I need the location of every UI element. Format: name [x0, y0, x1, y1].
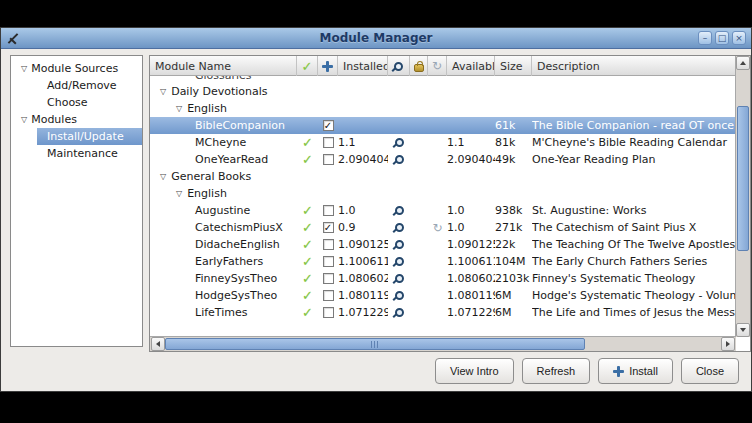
install-checkbox[interactable] [323, 307, 334, 318]
table-row[interactable]: ▽General Books [150, 168, 736, 185]
installed-version-cell: 0.9 [338, 219, 388, 236]
module-name-cell: MCheyne [150, 134, 297, 151]
install-checkbox[interactable] [323, 239, 334, 250]
magnifier-cell [388, 236, 410, 253]
magnifier-icon[interactable] [395, 291, 404, 300]
install-checkbox-cell [318, 134, 338, 151]
table-row[interactable]: HodgeSysTheo✓1.0801191.0801196MHodge's S… [150, 287, 736, 304]
install-button[interactable]: Install [598, 358, 673, 384]
expander-icon[interactable]: ▽ [176, 190, 182, 198]
check-icon: ✓ [302, 203, 313, 218]
expander-icon[interactable]: ▽ [21, 65, 27, 73]
horizontal-scrollbar[interactable] [150, 336, 736, 351]
install-checkbox[interactable]: ✓ [323, 120, 334, 131]
install-checkbox[interactable] [323, 290, 334, 301]
table-row[interactable]: BibleCompanion✓61kThe Bible Companion - … [150, 117, 736, 134]
magnifier-cell [388, 287, 410, 304]
description-cell: The Life and Times of Jesus the Messi [532, 304, 736, 321]
scroll-right-button[interactable] [721, 337, 735, 351]
expander-icon[interactable]: ▽ [160, 173, 166, 181]
tree-group-cell: Glossaries [150, 76, 530, 83]
close-window-button[interactable]: × [732, 31, 746, 45]
magnifier-icon[interactable] [395, 138, 404, 147]
tree-group-cell: ▽English [150, 100, 530, 117]
table-row[interactable]: ▽Daily Devotionals [150, 83, 736, 100]
header-module-name[interactable]: Module Name [150, 56, 297, 76]
module-name-cell: OneYearRead [150, 151, 297, 168]
table-row[interactable]: OneYearRead✓2.0904042.09040449kOne-Year … [150, 151, 736, 168]
magnifier-icon[interactable] [395, 206, 404, 215]
header-installed-check-icon[interactable]: ✓ [297, 56, 318, 76]
sidebar-item-choose[interactable]: Choose [11, 94, 142, 111]
tree-group-cell: ▽Daily Devotionals [150, 83, 530, 100]
table-row[interactable]: CatechismPiusX✓✓0.9↻1.0271kThe Catechism… [150, 219, 736, 236]
size-cell: 938k [495, 202, 532, 219]
install-checkbox[interactable] [323, 205, 334, 216]
size-cell: 49k [495, 151, 532, 168]
install-checkbox[interactable] [323, 256, 334, 267]
table-row[interactable]: ▽English [150, 100, 736, 117]
expander-icon[interactable]: ▽ [21, 116, 27, 124]
sidebar-item-install-update[interactable]: Install/Update [37, 128, 142, 145]
header-install-plus-icon[interactable] [318, 56, 338, 76]
titlebar[interactable]: Module Manager – □ × [1, 28, 751, 49]
header-installed[interactable]: Installed [338, 56, 388, 76]
expander-icon[interactable]: ▽ [176, 105, 182, 113]
sidebar-item-add-remove[interactable]: Add/Remove [11, 77, 142, 94]
scroll-left-button[interactable] [151, 337, 165, 351]
table-row[interactable]: MCheyne✓1.11.181kM'Cheyne's Bible Readin… [150, 134, 736, 151]
installed-version-cell: 1.1 [338, 134, 388, 151]
install-checkbox[interactable]: ✓ [323, 222, 334, 233]
vertical-scrollbar[interactable] [735, 56, 750, 337]
install-checkbox-cell [318, 304, 338, 321]
install-checkbox-cell [318, 287, 338, 304]
magnifier-icon[interactable] [395, 257, 404, 266]
table-row[interactable]: FinneySysTheo✓1.0806021.0806022103kFinne… [150, 270, 736, 287]
refresh-label: Refresh [537, 365, 576, 377]
table-row[interactable]: EarlyFathers✓1.1006111.100611104MThe Ear… [150, 253, 736, 270]
description-cell: M'Cheyne's Bible Reading Calendar [532, 134, 736, 151]
installed-check-cell: ✓ [297, 219, 318, 236]
header-refresh-icon[interactable]: ↻ [428, 56, 447, 76]
magnifier-icon[interactable] [395, 308, 404, 317]
magnifier-cell [388, 134, 410, 151]
minimize-button[interactable]: – [698, 31, 712, 45]
horizontal-scroll-thumb[interactable] [165, 338, 585, 350]
sidebar-item-maintenance[interactable]: Maintenance [11, 145, 142, 162]
refresh-button[interactable]: Refresh [522, 358, 591, 384]
close-button[interactable]: Close [681, 358, 739, 384]
table-row[interactable]: LifeTimes✓1.0712291.0712296MThe Life and… [150, 304, 736, 321]
magnifier-icon[interactable] [395, 223, 404, 232]
dialog-buttons: View Intro Refresh Install Close [435, 358, 739, 384]
table-row[interactable]: Glossaries [150, 76, 736, 83]
sidebar-tree: ▽Module SourcesAdd/RemoveChoose▽ModulesI… [10, 55, 143, 347]
sidebar-item-modules[interactable]: ▽Modules [11, 111, 142, 128]
check-icon: ✓ [302, 305, 313, 320]
view-intro-button[interactable]: View Intro [435, 358, 514, 384]
magnifier-icon[interactable] [395, 155, 404, 164]
header-magnifier-icon[interactable] [388, 56, 410, 76]
magnifier-icon[interactable] [395, 274, 404, 283]
expander-icon[interactable]: ▽ [160, 88, 166, 96]
refresh-cell [428, 287, 447, 304]
scroll-up-button[interactable] [736, 56, 750, 70]
magnifier-icon[interactable] [395, 240, 404, 249]
header-available[interactable]: Available [447, 56, 495, 76]
sidebar-item-module-sources[interactable]: ▽Module Sources [11, 60, 142, 77]
install-checkbox[interactable] [323, 154, 334, 165]
vertical-scroll-thumb[interactable] [737, 106, 749, 251]
header-size[interactable]: Size [495, 56, 532, 76]
refresh-icon: ↻ [432, 222, 442, 234]
sidebar-item-label: Modules [31, 113, 77, 126]
header-lock-icon[interactable] [410, 56, 428, 76]
scroll-down-button[interactable] [736, 323, 750, 337]
sidebar-item-label: Install/Update [47, 130, 124, 143]
header-description[interactable]: Description [532, 56, 736, 76]
size-cell: 104M [495, 253, 532, 270]
table-row[interactable]: ▽English [150, 185, 736, 202]
table-row[interactable]: DidacheEnglish✓1.0901251.09012522kThe Te… [150, 236, 736, 253]
table-row[interactable]: Augustine✓1.01.0938kSt. Augustine: Works [150, 202, 736, 219]
install-checkbox[interactable] [323, 137, 334, 148]
maximize-button[interactable]: □ [715, 31, 729, 45]
install-checkbox[interactable] [323, 273, 334, 284]
